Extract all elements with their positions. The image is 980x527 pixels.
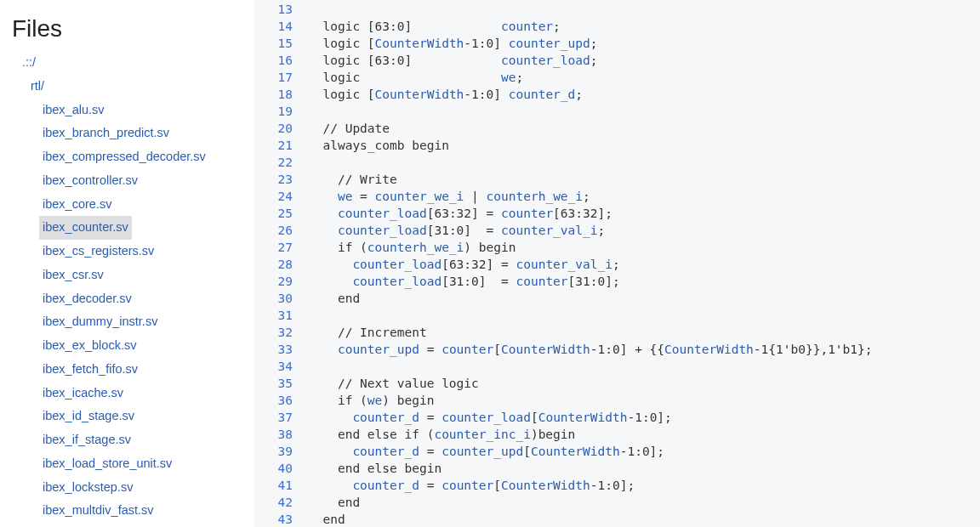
line-number[interactable]: 33	[254, 341, 299, 358]
code-line	[308, 358, 980, 375]
line-number[interactable]: 29	[254, 273, 299, 290]
code-line: counter_d = counter_upd[CounterWidth-1:0…	[308, 443, 980, 460]
code-line	[308, 307, 980, 324]
line-number[interactable]: 35	[254, 375, 299, 392]
line-number[interactable]: 26	[254, 222, 299, 239]
code-line: counter_d = counter[CounterWidth-1:0];	[308, 477, 980, 494]
file-link[interactable]: ibex_multdiv_slow.sv	[39, 523, 161, 527]
line-number[interactable]: 14	[254, 18, 299, 35]
file-link[interactable]: ibex_id_stage.sv	[39, 405, 138, 428]
line-number[interactable]: 21	[254, 137, 299, 154]
line-number[interactable]: 23	[254, 171, 299, 188]
code-line	[308, 154, 980, 171]
file-link[interactable]: ibex_if_stage.sv	[39, 428, 134, 452]
line-number[interactable]: 16	[254, 52, 299, 69]
code-line: counter_load[31:0] = counter[31:0];	[308, 273, 980, 290]
code-line: counter_upd = counter[CounterWidth-1:0] …	[308, 341, 980, 358]
file-link[interactable]: ibex_fetch_fifo.sv	[39, 358, 141, 382]
app-root: Files .::/ rtl/ ibex_alu.svibex_branch_p…	[0, 0, 980, 527]
file-link[interactable]: ibex_multdiv_fast.sv	[39, 499, 157, 523]
code-line: end	[308, 290, 980, 307]
code-line: counter_d = counter_load[CounterWidth-1:…	[308, 409, 980, 426]
code-line: logic [63:0] counter_load;	[308, 52, 980, 69]
code-line: logic [CounterWidth-1:0] counter_upd;	[308, 35, 980, 52]
line-number[interactable]: 43	[254, 511, 299, 527]
file-link[interactable]: ibex_lockstep.sv	[39, 476, 136, 500]
line-number[interactable]: 37	[254, 409, 299, 426]
file-link[interactable]: ibex_core.sv	[39, 193, 115, 217]
code-content[interactable]: logic [63:0] counter; logic [CounterWidt…	[299, 0, 980, 527]
code-line: end else begin	[308, 460, 980, 477]
line-number[interactable]: 20	[254, 120, 299, 137]
line-number[interactable]: 19	[254, 103, 299, 120]
line-number[interactable]: 30	[254, 290, 299, 307]
code-line: // Write	[308, 171, 980, 188]
code-line: counter_load[63:32] = counter[63:32];	[308, 205, 980, 222]
file-link[interactable]: ibex_branch_predict.sv	[39, 122, 173, 145]
tree-dir-link[interactable]: rtl/	[27, 75, 48, 99]
file-link[interactable]: ibex_counter.sv	[39, 216, 132, 240]
line-number[interactable]: 17	[254, 69, 299, 86]
line-number[interactable]: 34	[254, 358, 299, 375]
code-line: // Update	[308, 120, 980, 137]
file-link[interactable]: ibex_ex_block.sv	[39, 334, 140, 358]
code-line	[308, 103, 980, 120]
line-number[interactable]: 22	[254, 154, 299, 171]
code-line: always_comb begin	[308, 137, 980, 154]
file-link[interactable]: ibex_dummy_instr.sv	[39, 310, 161, 334]
code-line: end	[308, 494, 980, 511]
code-line: if (we) begin	[308, 392, 980, 409]
file-link[interactable]: ibex_controller.sv	[39, 169, 141, 193]
line-number[interactable]: 13	[254, 1, 299, 18]
file-sidebar[interactable]: Files .::/ rtl/ ibex_alu.svibex_branch_p…	[0, 0, 254, 527]
code-line	[308, 1, 980, 18]
file-link[interactable]: ibex_decoder.sv	[39, 287, 135, 311]
file-tree: .::/ rtl/ ibex_alu.svibex_branch_predict…	[0, 48, 253, 527]
line-number[interactable]: 41	[254, 477, 299, 494]
line-number[interactable]: 27	[254, 239, 299, 256]
line-number[interactable]: 24	[254, 188, 299, 205]
code-line: if (counterh_we_i) begin	[308, 239, 980, 256]
file-link[interactable]: ibex_csr.sv	[39, 264, 107, 287]
line-number-gutter: 1314151617181920212223242526272829303132…	[254, 0, 299, 527]
line-number[interactable]: 32	[254, 324, 299, 341]
line-number[interactable]: 31	[254, 307, 299, 324]
line-number[interactable]: 18	[254, 86, 299, 103]
file-link[interactable]: ibex_compressed_decoder.sv	[39, 145, 209, 169]
code-viewer: 1314151617181920212223242526272829303132…	[254, 0, 980, 527]
line-number[interactable]: 42	[254, 494, 299, 511]
line-number[interactable]: 40	[254, 460, 299, 477]
sidebar-title: Files	[0, 0, 253, 48]
file-link[interactable]: ibex_load_store_unit.sv	[39, 452, 175, 476]
file-link[interactable]: ibex_alu.sv	[39, 99, 108, 122]
line-number[interactable]: 36	[254, 392, 299, 409]
file-link[interactable]: ibex_icache.sv	[39, 382, 127, 405]
code-line: end else if (counter_inc_i)begin	[308, 426, 980, 443]
line-number[interactable]: 28	[254, 256, 299, 273]
tree-root-link[interactable]: .::/	[19, 51, 39, 75]
line-number[interactable]: 15	[254, 35, 299, 52]
code-line: counter_load[31:0] = counter_val_i;	[308, 222, 980, 239]
code-line: // Increment	[308, 324, 980, 341]
file-link[interactable]: ibex_cs_registers.sv	[39, 240, 157, 264]
code-line: logic [CounterWidth-1:0] counter_d;	[308, 86, 980, 103]
code-line: logic we;	[308, 69, 980, 86]
code-line: end	[308, 511, 980, 527]
code-line: logic [63:0] counter;	[308, 18, 980, 35]
code-line: we = counter_we_i | counterh_we_i;	[308, 188, 980, 205]
line-number[interactable]: 39	[254, 443, 299, 460]
line-number[interactable]: 25	[254, 205, 299, 222]
code-line: // Next value logic	[308, 375, 980, 392]
code-line: counter_load[63:32] = counter_val_i;	[308, 256, 980, 273]
line-number[interactable]: 38	[254, 426, 299, 443]
